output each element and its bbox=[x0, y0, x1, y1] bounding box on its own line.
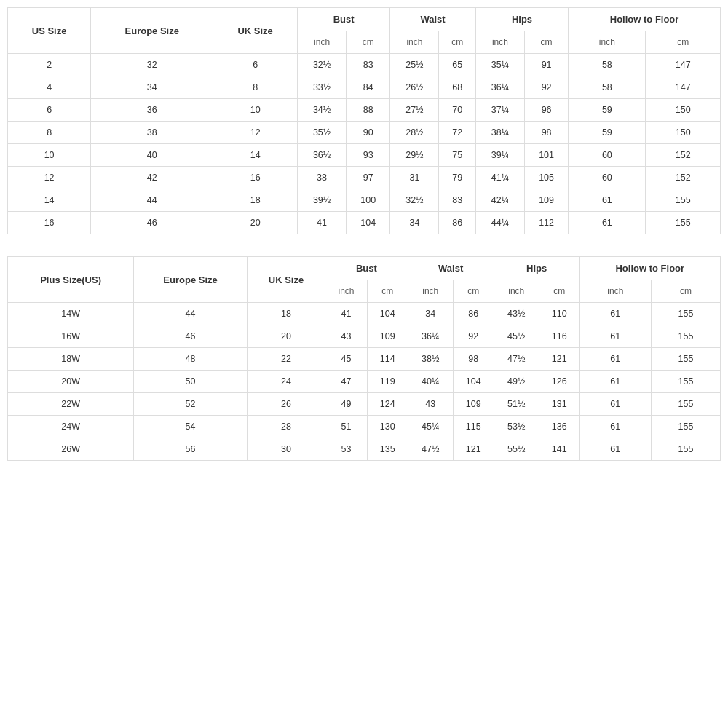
table-cell: 47½ bbox=[494, 348, 539, 371]
table-cell: 44 bbox=[134, 303, 248, 325]
table-cell: 60 bbox=[569, 144, 646, 167]
table-cell: 121 bbox=[539, 348, 579, 371]
table-cell: 37¼ bbox=[475, 99, 524, 122]
table-cell: 12 bbox=[8, 167, 91, 189]
table-cell: 91 bbox=[525, 54, 569, 76]
table-row: 18W48224511438½9847½12161155 bbox=[8, 348, 721, 371]
uk-size-header: UK Size bbox=[213, 8, 298, 54]
table-cell: 42¼ bbox=[475, 189, 524, 212]
table-cell: 45 bbox=[325, 348, 368, 371]
table-cell: 51½ bbox=[494, 393, 539, 416]
table-cell: 59 bbox=[569, 122, 646, 144]
table-row: 22W5226491244310951½13161155 bbox=[8, 393, 721, 416]
table-cell: 90 bbox=[347, 122, 390, 144]
table-cell: 155 bbox=[652, 438, 721, 461]
table-row: 26W56305313547½12155½14161155 bbox=[8, 438, 721, 461]
standard-header-row: US Size Europe Size UK Size Bust Waist H… bbox=[8, 8, 721, 31]
table-cell: 41 bbox=[297, 212, 346, 234]
plus-waist-cm-header: cm bbox=[453, 280, 494, 303]
table-cell: 141 bbox=[539, 438, 579, 461]
table-cell: 32 bbox=[91, 54, 213, 76]
plus-us-size-header: Plus Size(US) bbox=[8, 257, 134, 303]
table-cell: 155 bbox=[652, 348, 721, 371]
table-cell: 98 bbox=[525, 122, 569, 144]
table-cell: 83 bbox=[347, 54, 390, 76]
table-cell: 39½ bbox=[297, 189, 346, 212]
table-cell: 110 bbox=[539, 303, 579, 325]
table-cell: 119 bbox=[367, 371, 408, 393]
table-cell: 130 bbox=[367, 416, 408, 438]
table-cell: 155 bbox=[652, 303, 721, 325]
table-cell: 101 bbox=[525, 144, 569, 167]
europe-size-header: Europe Size bbox=[91, 8, 213, 54]
table-cell: 104 bbox=[347, 212, 390, 234]
table-cell: 35½ bbox=[297, 122, 346, 144]
table-cell: 40¼ bbox=[408, 371, 453, 393]
table-cell: 46 bbox=[91, 212, 213, 234]
table-cell: 31 bbox=[390, 167, 439, 189]
plus-bust-cm-header: cm bbox=[367, 280, 408, 303]
table-cell: 61 bbox=[579, 348, 651, 371]
table-cell: 25½ bbox=[390, 54, 439, 76]
plus-hollow-to-floor-header: Hollow to Floor bbox=[579, 257, 720, 280]
plus-waist-inch-header: inch bbox=[408, 280, 453, 303]
table-cell: 84 bbox=[347, 76, 390, 99]
hips-header: Hips bbox=[475, 8, 568, 31]
table-cell: 6 bbox=[213, 54, 298, 76]
table-cell: 38 bbox=[297, 167, 346, 189]
table-cell: 59 bbox=[569, 99, 646, 122]
bust-inch-header: inch bbox=[297, 31, 346, 54]
hollow-inch-header: inch bbox=[569, 31, 646, 54]
table-cell: 72 bbox=[439, 122, 475, 144]
table-row: 16W46204310936¼9245½11661155 bbox=[8, 325, 721, 348]
plus-hollow-inch-header: inch bbox=[579, 280, 651, 303]
table-cell: 61 bbox=[579, 393, 651, 416]
table-cell: 16W bbox=[8, 325, 134, 348]
plus-waist-header: Waist bbox=[408, 257, 494, 280]
table-cell: 61 bbox=[569, 189, 646, 212]
table-cell: 150 bbox=[646, 99, 721, 122]
table-cell: 38¼ bbox=[475, 122, 524, 144]
plus-bust-header: Bust bbox=[325, 257, 408, 280]
table-cell: 58 bbox=[569, 54, 646, 76]
table-cell: 97 bbox=[347, 167, 390, 189]
table-cell: 54 bbox=[134, 416, 248, 438]
table-cell: 147 bbox=[646, 54, 721, 76]
table-cell: 24W bbox=[8, 416, 134, 438]
table-cell: 49 bbox=[325, 393, 368, 416]
table-cell: 34 bbox=[408, 303, 453, 325]
table-cell: 40 bbox=[91, 144, 213, 167]
table-cell: 36½ bbox=[297, 144, 346, 167]
waist-header: Waist bbox=[390, 8, 476, 31]
table-cell: 61 bbox=[579, 325, 651, 348]
hollow-to-floor-header: Hollow to Floor bbox=[569, 8, 721, 31]
table-cell: 105 bbox=[525, 167, 569, 189]
table-cell: 58 bbox=[569, 76, 646, 99]
plus-europe-size-header: Europe Size bbox=[134, 257, 248, 303]
table-cell: 44¼ bbox=[475, 212, 524, 234]
table-cell: 20 bbox=[213, 212, 298, 234]
table-cell: 135 bbox=[367, 438, 408, 461]
table-cell: 112 bbox=[525, 212, 569, 234]
waist-cm-header: cm bbox=[439, 31, 475, 54]
table-cell: 131 bbox=[539, 393, 579, 416]
table-cell: 12 bbox=[213, 122, 298, 144]
table-cell: 24 bbox=[247, 371, 325, 393]
table-cell: 26W bbox=[8, 438, 134, 461]
bust-header: Bust bbox=[297, 8, 389, 31]
table-cell: 38 bbox=[91, 122, 213, 144]
table-cell: 109 bbox=[453, 393, 494, 416]
plus-hollow-cm-header: cm bbox=[652, 280, 721, 303]
table-cell: 155 bbox=[652, 325, 721, 348]
table-cell: 26 bbox=[247, 393, 325, 416]
table-cell: 155 bbox=[646, 212, 721, 234]
plus-hips-inch-header: inch bbox=[494, 280, 539, 303]
table-cell: 61 bbox=[579, 416, 651, 438]
table-cell: 28½ bbox=[390, 122, 439, 144]
table-cell: 152 bbox=[646, 167, 721, 189]
table-cell: 35¼ bbox=[475, 54, 524, 76]
plus-hips-cm-header: cm bbox=[539, 280, 579, 303]
table-cell: 86 bbox=[453, 303, 494, 325]
table-cell: 4 bbox=[8, 76, 91, 99]
table-cell: 75 bbox=[439, 144, 475, 167]
